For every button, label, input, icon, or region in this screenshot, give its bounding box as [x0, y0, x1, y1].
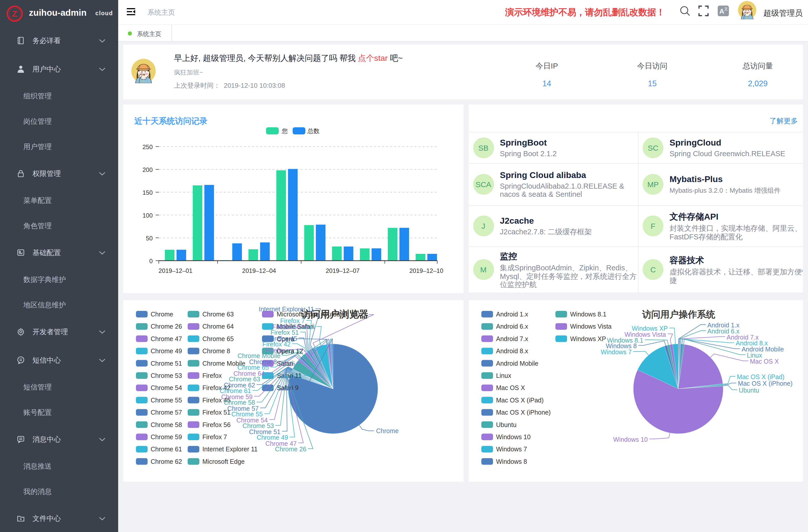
- svg-text:Windows 8.1: Windows 8.1: [570, 311, 606, 318]
- svg-text:Internet Explorer 11: Internet Explorer 11: [259, 306, 314, 313]
- svg-text:Windows 7: Windows 7: [496, 445, 527, 453]
- svg-text:Chrome 55: Chrome 55: [151, 397, 182, 404]
- svg-text:Android 7.x: Android 7.x: [496, 335, 528, 342]
- svg-text:0: 0: [149, 258, 153, 264]
- svg-text:Chrome 54: Chrome 54: [151, 384, 182, 391]
- svg-text:Chrome: Chrome: [151, 311, 173, 318]
- svg-text:近十天系统访问记录: 近十天系统访问记录: [134, 116, 207, 126]
- svg-text:A: A: [719, 7, 724, 15]
- svg-text:Windows XP: Windows XP: [570, 335, 606, 342]
- svg-text:150: 150: [143, 189, 153, 196]
- svg-text:Chrome 58: Chrome 58: [151, 421, 182, 428]
- svg-text:Chrome 53: Chrome 53: [151, 372, 182, 379]
- svg-text:Android 8.x: Android 8.x: [496, 347, 528, 354]
- svg-text:Windows Vista: Windows Vista: [570, 323, 611, 330]
- svg-text:Ubuntu: Ubuntu: [496, 421, 516, 428]
- svg-text:Microsoft Edge: Microsoft Edge: [202, 458, 245, 465]
- svg-text:Safari 9: Safari 9: [277, 384, 298, 391]
- svg-text:Firefox: Firefox: [202, 372, 222, 379]
- svg-text:100: 100: [143, 212, 153, 219]
- svg-text:Mac OS X (iPhone): Mac OS X (iPhone): [496, 409, 550, 416]
- svg-text:2019–12–07: 2019–12–07: [326, 267, 360, 274]
- svg-text:Chrome 47: Chrome 47: [151, 335, 182, 342]
- svg-text:Chrome 61: Chrome 61: [151, 445, 182, 453]
- svg-text:Chrome 51: Chrome 51: [151, 360, 182, 367]
- svg-text:Linux: Linux: [496, 372, 511, 379]
- svg-text:Android 6.x: Android 6.x: [496, 323, 528, 330]
- svg-text:Windows 7: Windows 7: [601, 348, 631, 355]
- svg-text:Chrome 57: Chrome 57: [151, 409, 182, 416]
- svg-text:250: 250: [143, 144, 153, 150]
- svg-text:文: 文: [724, 7, 728, 11]
- svg-text:Mac OS X (iPad): Mac OS X (iPad): [737, 373, 785, 380]
- svg-text:200: 200: [143, 166, 153, 173]
- svg-text:Chrome: Chrome: [376, 427, 399, 434]
- svg-text:2019–12–04: 2019–12–04: [242, 267, 276, 274]
- svg-text:Mac OS X (iPhone): Mac OS X (iPhone): [738, 380, 792, 387]
- svg-text:Mac OS X: Mac OS X: [496, 384, 525, 391]
- svg-text:Chrome 59: Chrome 59: [151, 433, 182, 440]
- svg-text:Firefox 7: Firefox 7: [202, 433, 227, 440]
- svg-text:Chrome 8: Chrome 8: [202, 347, 230, 354]
- svg-text:Windows 8: Windows 8: [496, 458, 527, 465]
- svg-text:Windows 10: Windows 10: [613, 436, 647, 443]
- svg-text:Ubuntu: Ubuntu: [738, 387, 759, 394]
- svg-text:2019–12–10: 2019–12–10: [409, 267, 443, 274]
- svg-text:Android Mobile: Android Mobile: [496, 360, 538, 367]
- svg-text:总数: 总数: [307, 128, 319, 134]
- svg-text:50: 50: [146, 235, 153, 242]
- svg-text:2019–12–01: 2019–12–01: [159, 267, 192, 274]
- svg-text:Chrome 26: Chrome 26: [151, 323, 182, 330]
- svg-text:Chrome 65: Chrome 65: [202, 335, 234, 342]
- svg-text:Chrome 49: Chrome 49: [151, 347, 182, 354]
- svg-text:Chrome 63: Chrome 63: [202, 311, 234, 318]
- svg-text:Chrome 62: Chrome 62: [151, 458, 182, 465]
- svg-text:Firefox 56: Firefox 56: [202, 421, 231, 428]
- svg-text:Windows 10: Windows 10: [496, 433, 530, 440]
- svg-text:Firefox 51: Firefox 51: [202, 409, 231, 416]
- svg-text:您: 您: [281, 128, 288, 134]
- svg-text:Chrome 64: Chrome 64: [202, 323, 234, 330]
- svg-text:访问用户操作系统: 访问用户操作系统: [642, 309, 715, 319]
- svg-text:Internet Explorer 11: Internet Explorer 11: [202, 445, 258, 453]
- svg-text:Mac OS X: Mac OS X: [750, 358, 778, 365]
- svg-text:Chrome 26: Chrome 26: [275, 445, 306, 453]
- svg-text:Android 1.x: Android 1.x: [496, 311, 528, 318]
- svg-text:Mac OS X (iPad): Mac OS X (iPad): [496, 397, 544, 404]
